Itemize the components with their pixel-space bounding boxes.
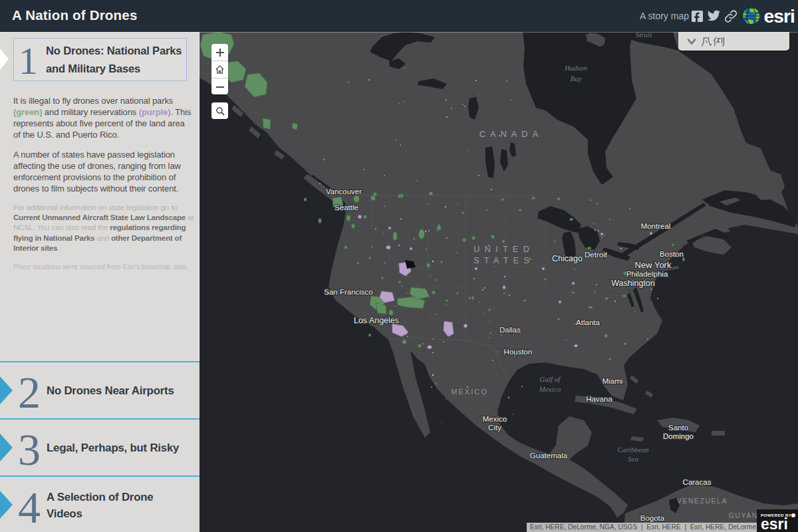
svg-text:Philadelphia: Philadelphia (626, 270, 668, 278)
svg-text:MÉXICO: MÉXICO (451, 388, 487, 396)
svg-text:Guatemala: Guatemala (530, 452, 568, 460)
svg-text:Montreal: Montreal (641, 222, 671, 230)
svg-text:Miami: Miami (602, 377, 623, 385)
svg-text:New York: New York (635, 260, 672, 270)
svg-text:Domingo: Domingo (663, 432, 694, 440)
svg-text:Bay: Bay (570, 74, 581, 82)
svg-text:C A N A D A: C A N A D A (479, 129, 540, 139)
svg-text:Boston: Boston (660, 250, 684, 258)
svg-text:Strait: Strait (636, 32, 652, 39)
svg-text:San Francisco: San Francisco (324, 288, 373, 296)
svg-text:Seattle: Seattle (334, 203, 358, 211)
svg-text:esri: esri (763, 5, 794, 27)
svg-text:Sea: Sea (628, 455, 638, 463)
svg-text:Chicago: Chicago (552, 254, 583, 263)
svg-text:Dallas: Dallas (499, 326, 521, 334)
svg-text:City: City (488, 424, 501, 432)
svg-text:U N I T E D: U N I T E D (473, 245, 530, 254)
svg-text:Caribbean: Caribbean (617, 446, 649, 454)
svg-text:Detroit: Detroit (585, 251, 608, 259)
svg-text:Mexico: Mexico (483, 415, 507, 423)
svg-text:Havana: Havana (586, 395, 612, 403)
svg-text:Vancouver: Vancouver (326, 188, 362, 196)
svg-text:Los Angeles: Los Angeles (354, 316, 399, 325)
svg-text:Bogota: Bogota (640, 514, 665, 522)
svg-text:VENEZUELA: VENEZUELA (677, 497, 728, 505)
svg-text:Caracas: Caracas (683, 478, 712, 486)
svg-text:Hudson: Hudson (564, 64, 588, 72)
svg-text:Houston: Houston (504, 348, 533, 356)
svg-text:Atlanta: Atlanta (576, 319, 600, 327)
svg-text:Gulf of: Gulf of (540, 375, 562, 383)
svg-text:S T A T E S: S T A T E S (473, 256, 531, 265)
svg-text:Santo: Santo (668, 424, 688, 432)
svg-text:Washington: Washington (611, 279, 655, 288)
svg-text:Mexico: Mexico (539, 385, 561, 393)
